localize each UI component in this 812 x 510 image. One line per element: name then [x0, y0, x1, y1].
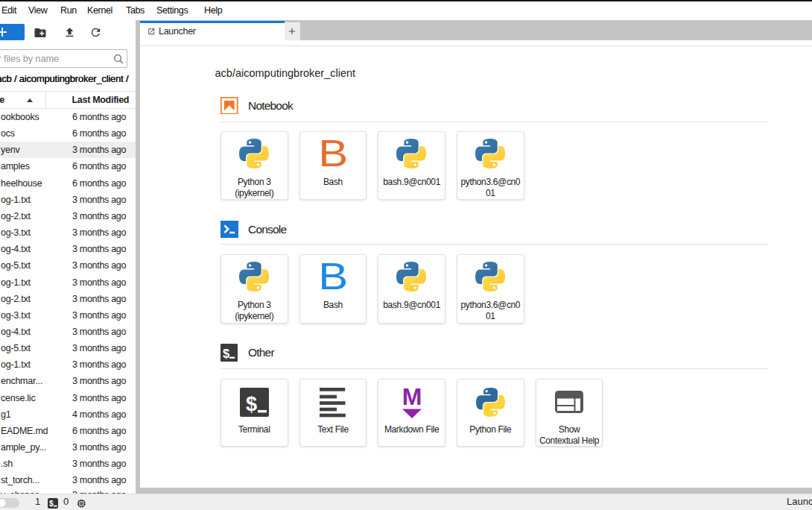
svg-text:$: $: [223, 347, 229, 360]
svg-text:M: M: [402, 385, 422, 410]
svg-text:$: $: [49, 500, 54, 508]
svg-text:$: $: [246, 393, 257, 415]
